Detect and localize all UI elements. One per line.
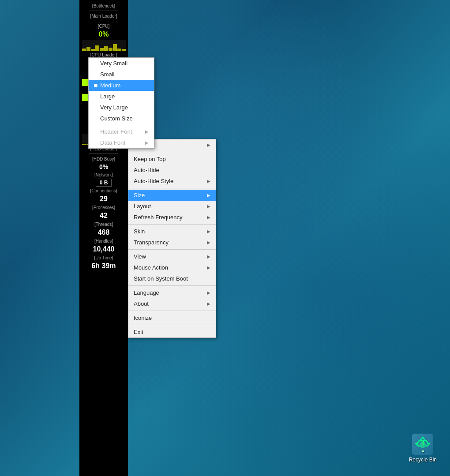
submenu-item-header-font: Header Font ▶: [89, 126, 154, 137]
recycle-bin-label: Recycle Bin: [409, 457, 437, 463]
arrow-icon: ▶: [207, 254, 210, 259]
network-value: 0 B: [96, 179, 112, 187]
menu-item-size[interactable]: Size ▶: [128, 190, 216, 201]
divider-2: [89, 21, 118, 21]
connections-label: [Connections]: [79, 187, 128, 194]
submenu-item-small[interactable]: Small: [89, 69, 154, 80]
arrow-icon: ▶: [207, 240, 210, 245]
arrow-icon: ▶: [207, 265, 210, 270]
threads-label: [Threads]: [79, 221, 128, 228]
submenu-item-custom-size[interactable]: Custom Size: [89, 113, 154, 124]
cpu-label: [CPU]: [79, 22, 128, 30]
size-submenu: Very Small Small Medium Large Very Large…: [88, 57, 154, 149]
menu-item-refresh-frequency[interactable]: Refresh Frequency ▶: [128, 212, 216, 223]
selected-dot: [94, 84, 98, 87]
handles-label: [Handles]: [79, 237, 128, 244]
submenu-item-large[interactable]: Large: [89, 91, 154, 102]
context-menu: Fields ▶ Keep on Top Auto-Hide Auto-Hide…: [128, 139, 216, 338]
menu-item-language[interactable]: Language ▶: [128, 287, 216, 298]
arrow-icon: ▶: [207, 301, 210, 306]
menu-item-layout[interactable]: Layout ▶: [128, 201, 216, 212]
processes-label: [Processes]: [79, 204, 128, 211]
arrow-icon: ▶: [207, 290, 210, 295]
recycle-bin[interactable]: ♻ Recycle Bin: [409, 434, 437, 463]
bottleneck-label: [Bottleneck]: [79, 2, 128, 9]
connections-value: 29: [79, 194, 128, 204]
menu-item-auto-hide[interactable]: Auto-Hide: [128, 165, 216, 176]
arrow-icon: ▶: [207, 229, 210, 234]
submenu-item-very-large[interactable]: Very Large: [89, 102, 154, 113]
submenu-item-medium[interactable]: Medium: [89, 80, 154, 91]
arrow-icon: ▶: [207, 193, 210, 198]
menu-item-view[interactable]: View ▶: [128, 251, 216, 262]
separator-4: [128, 249, 216, 250]
menu-item-start-on-boot[interactable]: Start on System Boot: [128, 273, 216, 284]
menu-item-keep-on-top[interactable]: Keep on Top: [128, 154, 216, 165]
separator-7: [128, 325, 216, 325]
submenu-item-data-font: Data Font ▶: [89, 137, 154, 148]
separator-6: [128, 311, 216, 311]
processes-value: 42: [79, 211, 128, 221]
separator-2: [128, 188, 216, 188]
handles-value: 10,440: [79, 244, 128, 254]
network-label: [Network]: [79, 171, 128, 178]
arrow-icon: ▶: [207, 215, 210, 220]
menu-item-mouse-action[interactable]: Mouse Action ▶: [128, 262, 216, 273]
separator-3: [128, 224, 216, 225]
submenu-item-very-small[interactable]: Very Small: [89, 58, 154, 69]
submenu-separator: [89, 125, 154, 125]
cpu-chart: [82, 40, 126, 51]
arrow-icon: ▶: [207, 204, 210, 209]
cpu-value: 0%: [79, 30, 128, 39]
divider-5: [89, 154, 118, 154]
main-loader-label: [Main Loader]: [79, 12, 128, 19]
arrow-icon: ▶: [207, 179, 210, 184]
separator-5: [128, 285, 216, 286]
menu-item-exit[interactable]: Exit: [128, 326, 216, 337]
menu-item-transparency[interactable]: Transparency ▶: [128, 237, 216, 248]
menu-item-auto-hide-style[interactable]: Auto-Hide Style ▶: [128, 176, 216, 187]
menu-item-iconize[interactable]: Iconize: [128, 312, 216, 323]
hdd-busy-label: [HDD Busy]: [79, 155, 128, 162]
menu-item-about[interactable]: About ▶: [128, 298, 216, 309]
arrow-icon: ▶: [207, 142, 210, 147]
hdd-busy-value: 0%: [79, 162, 128, 171]
uptime-label: [Up Time]: [79, 254, 128, 261]
sub-arrow-icon: ▶: [145, 129, 149, 134]
divider-1: [89, 11, 118, 11]
recycle-bin-icon: ♻: [412, 434, 433, 455]
menu-item-skin[interactable]: Skin ▶: [128, 226, 216, 237]
sub-arrow-icon: ▶: [145, 140, 149, 145]
threads-value: 468: [79, 228, 128, 237]
separator-1: [128, 152, 216, 152]
uptime-value: 6h 39m: [79, 261, 128, 271]
